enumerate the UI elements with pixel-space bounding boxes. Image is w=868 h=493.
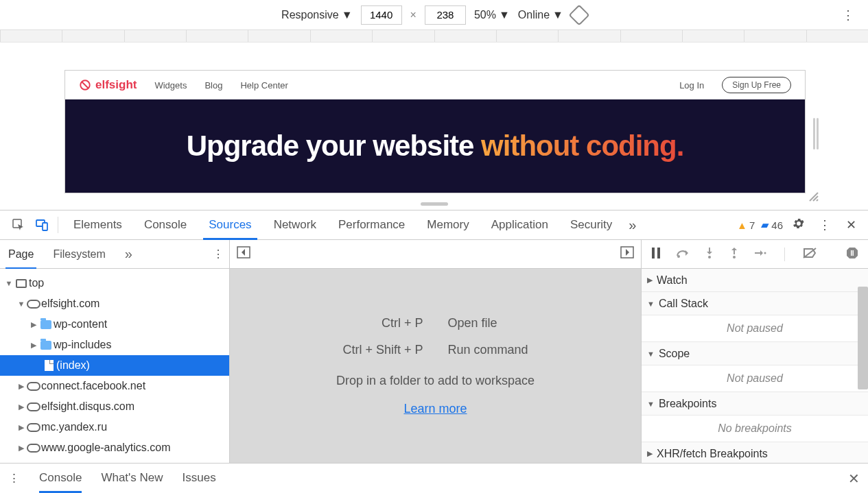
navigator-kebab-icon[interactable]: ⋮ — [213, 248, 224, 261]
elfsight-logo-icon — [79, 79, 91, 91]
shortcut-key-run: Ctrl + Shift + P — [342, 343, 423, 357]
shortcut-desc-open: Open file — [447, 316, 528, 330]
issue-counts[interactable]: ▲7 ▰46 — [737, 219, 783, 231]
svg-point-11 — [764, 252, 766, 254]
sources-editor: Ctrl + P Open file Ctrl + Shift + P Run … — [230, 240, 642, 463]
login-link[interactable]: Log In — [679, 80, 704, 91]
devtools-tab-strip: Elements Console Sources Network Perform… — [0, 210, 868, 240]
hide-debugger-icon[interactable] — [620, 246, 634, 262]
throttling-select[interactable]: Online ▼ — [518, 9, 563, 21]
step-into-icon[interactable] — [705, 247, 714, 262]
drawer-tab-whatsnew[interactable]: What's New — [101, 464, 163, 493]
scope-body: Not paused — [642, 365, 868, 392]
section-xhr-breakpoints[interactable]: ▶XHR/fetch Breakpoints — [642, 442, 868, 463]
drawer-tab-issues[interactable]: Issues — [183, 464, 216, 493]
signup-button[interactable]: Sign Up Free — [722, 77, 791, 93]
resize-corner-icon[interactable] — [808, 191, 820, 206]
tree-domain-ga[interactable]: ▶www.google-analytics.com — [0, 437, 229, 458]
sources-panel: Page Filesystem » ⋮ ▼top ▼elfsight.com ▶… — [0, 240, 868, 463]
breakpoints-body: No breakpoints — [642, 416, 868, 442]
tree-folder-wp-content[interactable]: ▶wp-content — [0, 314, 229, 335]
pause-icon[interactable] — [651, 248, 661, 261]
navigator-more-icon[interactable]: » — [125, 246, 132, 262]
drawer-tab-console[interactable]: Console — [39, 464, 82, 493]
section-breakpoints[interactable]: ▼Breakpoints — [642, 392, 868, 416]
device-toolbar-kebab-icon[interactable]: ⋮ — [842, 8, 854, 23]
learn-more-link[interactable]: Learn more — [403, 402, 467, 416]
shortcut-key-open: Ctrl + P — [342, 316, 423, 330]
step-icon[interactable] — [754, 248, 766, 261]
svg-point-10 — [733, 256, 736, 258]
console-drawer: ⋮ Console What's New Issues ✕ — [0, 463, 868, 493]
device-toolbar: Responsive ▼ × 50% ▼ Online ▼ ⋮ — [0, 0, 868, 30]
tabs-overflow-icon[interactable]: » — [623, 217, 642, 233]
navigator-tab-filesystem[interactable]: Filesystem — [50, 240, 108, 268]
step-out-icon[interactable] — [729, 247, 739, 262]
svg-rect-13 — [853, 250, 854, 256]
nav-widgets[interactable]: Widgets — [154, 80, 187, 91]
tree-folder-wp-includes[interactable]: ▶wp-includes — [0, 335, 229, 355]
tab-console[interactable]: Console — [133, 211, 198, 239]
svg-rect-7 — [657, 248, 660, 258]
svg-rect-3 — [43, 223, 47, 230]
tab-elements[interactable]: Elements — [62, 211, 133, 239]
tree-domain-yandex[interactable]: ▶mc.yandex.ru — [0, 417, 229, 437]
debugger-pane: ▶Watch ▼Call Stack Not paused ▼Scope Not… — [642, 240, 868, 463]
site-hero: Upgrade your website without coding. — [65, 99, 805, 193]
section-watch[interactable]: ▶Watch — [642, 269, 868, 292]
nav-blog[interactable]: Blog — [204, 80, 222, 91]
devtools-close-icon[interactable]: ✕ — [841, 217, 861, 232]
tree-domain-facebook[interactable]: ▶connect.facebook.net — [0, 376, 229, 396]
tab-security[interactable]: Security — [559, 211, 623, 239]
rotate-icon[interactable] — [568, 4, 589, 25]
drawer-close-icon[interactable]: ✕ — [848, 470, 860, 487]
tab-network[interactable]: Network — [263, 211, 327, 239]
resize-handle-right[interactable] — [813, 118, 820, 149]
resize-handle-bottom[interactable] — [421, 202, 448, 206]
pause-on-exceptions-icon[interactable] — [846, 247, 858, 262]
section-callstack[interactable]: ▼Call Stack — [642, 292, 868, 315]
dimension-separator: × — [410, 9, 417, 21]
tree-top[interactable]: ▼top — [0, 273, 229, 293]
drawer-kebab-icon[interactable]: ⋮ — [8, 471, 20, 485]
site-nav: elfsight Widgets Blog Help Center Log In… — [65, 71, 805, 99]
svg-point-8 — [677, 255, 680, 258]
deactivate-breakpoints-icon[interactable] — [803, 248, 817, 261]
preview-frame[interactable]: elfsight Widgets Blog Help Center Log In… — [64, 70, 806, 193]
section-scope[interactable]: ▼Scope — [642, 342, 868, 365]
device-mode-select[interactable]: Responsive ▼ — [281, 9, 352, 21]
tab-performance[interactable]: Performance — [327, 211, 416, 239]
step-over-icon[interactable] — [676, 248, 690, 261]
tree-domain-disqus[interactable]: ▶elfsight.disqus.com — [0, 396, 229, 417]
navigator-tab-page[interactable]: Page — [5, 240, 36, 268]
hero-heading: Upgrade your website without coding. — [187, 130, 684, 163]
tab-application[interactable]: Application — [480, 211, 559, 239]
warning-icon: ▲ — [737, 219, 747, 231]
message-icon: ▰ — [761, 219, 769, 231]
callstack-body: Not paused — [642, 315, 868, 342]
sources-navigator: Page Filesystem » ⋮ ▼top ▼elfsight.com ▶… — [0, 240, 230, 463]
nav-help[interactable]: Help Center — [240, 80, 288, 91]
devtools-kebab-icon[interactable]: ⋮ — [814, 217, 835, 232]
tree-domain-elfsight[interactable]: ▼elfsight.com — [0, 293, 229, 314]
inspect-element-icon[interactable] — [7, 213, 30, 237]
toggle-device-icon[interactable] — [30, 213, 54, 237]
shortcut-desc-run: Run command — [447, 343, 528, 357]
svg-point-9 — [708, 256, 711, 258]
svg-rect-6 — [652, 248, 655, 258]
tree-file-index[interactable]: (index) — [0, 355, 229, 376]
file-tree: ▼top ▼elfsight.com ▶wp-content ▶wp-inclu… — [0, 269, 229, 463]
hide-navigator-icon[interactable] — [237, 246, 250, 262]
svg-rect-12 — [851, 250, 852, 256]
site-logo[interactable]: elfsight — [79, 78, 137, 92]
tab-memory[interactable]: Memory — [416, 211, 480, 239]
scrollbar-thumb[interactable] — [858, 287, 868, 389]
ruler-strip — [0, 30, 868, 43]
tab-sources[interactable]: Sources — [198, 211, 262, 239]
viewport-width-input[interactable] — [361, 5, 402, 25]
zoom-select[interactable]: 50% ▼ — [474, 9, 510, 21]
workspace-hint: Drop in a folder to add to workspace — [336, 374, 535, 388]
preview-area: elfsight Widgets Blog Help Center Log In… — [0, 43, 868, 210]
viewport-height-input[interactable] — [425, 5, 466, 25]
settings-gear-icon[interactable] — [788, 217, 809, 234]
